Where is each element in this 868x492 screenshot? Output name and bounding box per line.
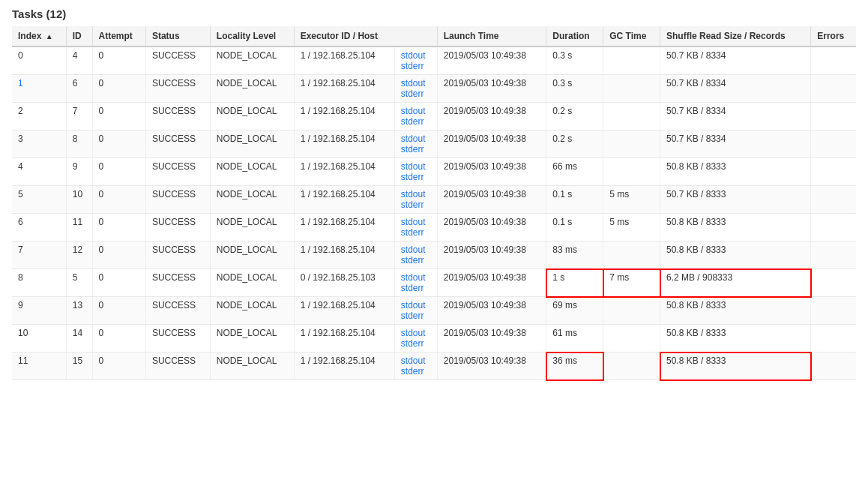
stdout-link[interactable]: stdout xyxy=(401,189,431,200)
cell-log-links: stdoutstderr xyxy=(394,46,437,75)
cell-index: 9 xyxy=(12,297,66,325)
stderr-link[interactable]: stderr xyxy=(401,61,431,71)
cell-executor: 1 / 192.168.25.104 xyxy=(294,186,394,214)
cell-id: 5 xyxy=(66,269,92,297)
stderr-link[interactable]: stderr xyxy=(401,200,431,210)
cell-shuffle-read: 50.8 KB / 8333 xyxy=(660,297,811,325)
col-shuffle-read[interactable]: Shuffle Read Size / Records xyxy=(660,26,811,46)
cell-log-links: stdoutstderr xyxy=(394,242,437,269)
col-errors[interactable]: Errors xyxy=(811,26,856,46)
cell-locality-level: NODE_LOCAL xyxy=(210,214,294,242)
stderr-link[interactable]: stderr xyxy=(401,172,431,182)
stderr-link[interactable]: stderr xyxy=(401,255,431,266)
table-row: 11150SUCCESSNODE_LOCAL1 / 192.168.25.104… xyxy=(12,352,856,380)
col-locality-level[interactable]: Locality Level xyxy=(210,26,294,46)
table-row: 040SUCCESSNODE_LOCAL1 / 192.168.25.104st… xyxy=(12,46,856,75)
cell-locality-level: NODE_LOCAL xyxy=(210,352,294,380)
cell-attempt: 0 xyxy=(92,325,145,352)
stderr-link[interactable]: stderr xyxy=(401,116,431,127)
stdout-link[interactable]: stdout xyxy=(401,328,431,338)
cell-gc-time xyxy=(603,325,660,352)
cell-attempt: 0 xyxy=(92,269,145,297)
cell-duration: 0.3 s xyxy=(546,75,603,103)
stderr-link[interactable]: stderr xyxy=(401,283,431,293)
table-row: 380SUCCESSNODE_LOCAL1 / 192.168.25.104st… xyxy=(12,130,856,158)
cell-status: SUCCESS xyxy=(145,186,210,214)
cell-executor: 1 / 192.168.25.104 xyxy=(294,46,394,75)
cell-locality-level: NODE_LOCAL xyxy=(210,269,294,297)
cell-launch-time: 2019/05/03 10:49:38 xyxy=(437,297,546,325)
cell-index: 0 xyxy=(12,46,66,75)
cell-attempt: 0 xyxy=(92,297,145,325)
cell-index: 1 xyxy=(12,75,66,103)
col-attempt[interactable]: Attempt xyxy=(92,26,145,46)
cell-errors xyxy=(811,46,856,75)
col-status[interactable]: Status xyxy=(145,26,210,46)
cell-gc-time xyxy=(603,352,660,380)
cell-executor: 1 / 192.168.25.104 xyxy=(294,325,394,352)
stderr-link[interactable]: stderr xyxy=(401,227,431,238)
stdout-link[interactable]: stdout xyxy=(401,50,431,61)
stderr-link[interactable]: stderr xyxy=(401,338,431,349)
cell-errors xyxy=(811,130,856,158)
cell-log-links: stdoutstderr xyxy=(394,75,437,103)
cell-status: SUCCESS xyxy=(145,75,210,103)
stdout-link[interactable]: stdout xyxy=(401,272,431,283)
cell-duration: 0.1 s xyxy=(546,214,603,242)
cell-id: 8 xyxy=(66,130,92,158)
cell-executor: 1 / 192.168.25.104 xyxy=(294,352,394,380)
cell-locality-level: NODE_LOCAL xyxy=(210,158,294,186)
stderr-link[interactable]: stderr xyxy=(401,366,431,376)
stdout-link[interactable]: stdout xyxy=(401,106,431,116)
cell-log-links: stdoutstderr xyxy=(394,352,437,380)
cell-launch-time: 2019/05/03 10:49:38 xyxy=(437,130,546,158)
stderr-link[interactable]: stderr xyxy=(401,144,431,154)
cell-id: 14 xyxy=(66,325,92,352)
cell-id: 13 xyxy=(66,297,92,325)
stdout-link[interactable]: stdout xyxy=(401,134,431,144)
cell-status: SUCCESS xyxy=(145,269,210,297)
cell-executor: 1 / 192.168.25.104 xyxy=(294,75,394,103)
cell-status: SUCCESS xyxy=(145,130,210,158)
stdout-link[interactable]: stdout xyxy=(401,161,431,172)
cell-status: SUCCESS xyxy=(145,242,210,269)
stderr-link[interactable]: stderr xyxy=(401,88,431,99)
cell-launch-time: 2019/05/03 10:49:38 xyxy=(437,325,546,352)
cell-errors xyxy=(811,214,856,242)
cell-attempt: 0 xyxy=(92,158,145,186)
col-executor[interactable]: Executor ID / Host xyxy=(294,26,437,46)
stdout-link[interactable]: stdout xyxy=(401,300,431,310)
cell-gc-time xyxy=(603,46,660,75)
col-gc-time[interactable]: GC Time xyxy=(603,26,660,46)
cell-log-links: stdoutstderr xyxy=(394,325,437,352)
cell-index: 10 xyxy=(12,325,66,352)
index-link[interactable]: 1 xyxy=(18,78,60,88)
stdout-link[interactable]: stdout xyxy=(401,356,431,366)
cell-launch-time: 2019/05/03 10:49:38 xyxy=(437,103,546,130)
cell-errors xyxy=(811,158,856,186)
col-duration[interactable]: Duration xyxy=(546,26,603,46)
col-index[interactable]: Index ▲ xyxy=(12,26,66,46)
stdout-link[interactable]: stdout xyxy=(401,78,431,88)
cell-index: 11 xyxy=(12,352,66,380)
cell-locality-level: NODE_LOCAL xyxy=(210,242,294,269)
cell-log-links: stdoutstderr xyxy=(394,214,437,242)
cell-launch-time: 2019/05/03 10:49:38 xyxy=(437,242,546,269)
cell-errors xyxy=(811,242,856,269)
cell-errors xyxy=(811,297,856,325)
cell-log-links: stdoutstderr xyxy=(394,103,437,130)
stdout-link[interactable]: stdout xyxy=(401,244,431,255)
cell-status: SUCCESS xyxy=(145,325,210,352)
cell-locality-level: NODE_LOCAL xyxy=(210,297,294,325)
cell-status: SUCCESS xyxy=(145,158,210,186)
cell-index: 8 xyxy=(12,269,66,297)
stderr-link[interactable]: stderr xyxy=(401,310,431,321)
table-row: 850SUCCESSNODE_LOCAL0 / 192.168.25.103st… xyxy=(12,269,856,297)
cell-index: 2 xyxy=(12,103,66,130)
col-id[interactable]: ID xyxy=(66,26,92,46)
cell-log-links: stdoutstderr xyxy=(394,269,437,297)
col-launch-time[interactable]: Launch Time xyxy=(437,26,546,46)
stdout-link[interactable]: stdout xyxy=(401,217,431,227)
cell-shuffle-read: 50.7 KB / 8334 xyxy=(660,130,811,158)
cell-launch-time: 2019/05/03 10:49:38 xyxy=(437,269,546,297)
